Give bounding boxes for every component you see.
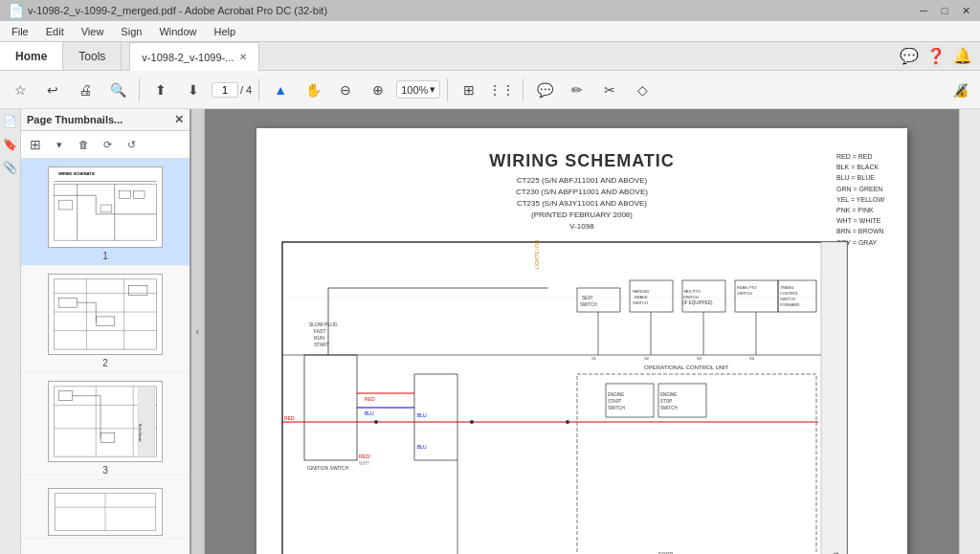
svg-text:RUN: RUN: [314, 335, 324, 341]
svg-text:REAR-PTO: REAR-PTO: [737, 285, 757, 290]
notification-icon[interactable]: 🔔: [953, 47, 972, 65]
svg-text:SWITCH: SWITCH: [683, 295, 699, 299]
svg-text:S3: S3: [697, 356, 702, 361]
thumb-box-3: Not for Resale: [48, 381, 163, 462]
rotate-button[interactable]: ⋮⋮: [487, 76, 516, 104]
separator-1: [139, 78, 140, 101]
sidebar-attach-icon[interactable]: 📎: [2, 159, 19, 176]
help-icon[interactable]: ❓: [926, 47, 946, 65]
thumb-label-2: 2: [102, 358, 108, 368]
svg-text:BLU: BLU: [417, 444, 427, 450]
svg-rect-36: [138, 387, 155, 456]
sidebar-page-icon[interactable]: 📄: [2, 113, 19, 130]
menu-file[interactable]: File: [4, 24, 36, 39]
panel-rotate-btn[interactable]: ⟳: [97, 134, 118, 155]
pdf-area[interactable]: WIRING SCHEMATIC CT225 (S/N ABFJ11001 AN…: [205, 109, 959, 554]
svg-text:BLU: BLU: [417, 412, 427, 418]
shapes-button[interactable]: ◇: [628, 76, 657, 104]
svg-text:(IF EQUIPPED): (IF EQUIPPED): [682, 300, 713, 305]
svg-text:RED: RED: [365, 396, 375, 402]
svg-text:ENGINE: ENGINE: [660, 392, 677, 397]
doc-tab[interactable]: v-1098-2_v-1099-... ✕: [129, 42, 259, 71]
sidebar-bookmark-icon[interactable]: 🔖: [2, 136, 19, 153]
comment-button[interactable]: 💬: [530, 76, 559, 104]
svg-text:RED/: RED/: [359, 454, 371, 459]
thumb-item-4[interactable]: [21, 480, 189, 539]
svg-text:Not for Resale: Not for Resale: [138, 424, 142, 442]
left-sidebar-icons: 📄 🔖 📎: [0, 109, 21, 554]
panel-header-controls: ✕: [174, 113, 184, 126]
svg-text:START: START: [314, 342, 329, 347]
zoom-level-dropdown[interactable]: 100% ▾: [396, 80, 440, 99]
pdf-page: WIRING SCHEMATIC CT225 (S/N ABFJ11001 AN…: [256, 128, 907, 554]
menu-help[interactable]: Help: [207, 24, 244, 39]
hand-tool-button[interactable]: ✋: [299, 76, 327, 104]
menu-edit[interactable]: Edit: [38, 24, 72, 39]
zoom-in-button[interactable]: ⊕: [364, 76, 392, 104]
tab-home[interactable]: Home: [0, 42, 63, 70]
svg-text:MID-PTO: MID-PTO: [684, 289, 701, 294]
strikethrough-button[interactable]: ✂: [595, 76, 624, 104]
tab-tools[interactable]: Tools: [63, 42, 122, 70]
svg-text:WIRING SCHEMATIC: WIRING SCHEMATIC: [58, 171, 96, 176]
back-button[interactable]: ↩: [38, 76, 67, 104]
svg-point-113: [566, 420, 569, 424]
minimize-button[interactable]: ─: [917, 4, 930, 17]
separator-3: [447, 78, 448, 101]
svg-text:IGNITION SWITCH: IGNITION SWITCH: [307, 465, 349, 471]
menu-bar: File Edit View Sign Window Help: [0, 21, 980, 42]
menu-window[interactable]: Window: [151, 24, 204, 39]
maximize-button[interactable]: □: [938, 4, 951, 17]
panel-delete-btn[interactable]: 🗑: [73, 134, 94, 155]
svg-rect-58: [304, 355, 357, 460]
svg-text:START: START: [608, 399, 622, 404]
next-page-button[interactable]: ⬇: [179, 76, 208, 104]
page-number-input[interactable]: [212, 82, 238, 98]
svg-text:ENGINE: ENGINE: [608, 392, 624, 397]
svg-text:S2: S2: [644, 356, 650, 361]
svg-text:WHT: WHT: [359, 460, 369, 466]
doc-tab-close[interactable]: ✕: [239, 52, 247, 62]
separator-4: [523, 78, 523, 101]
sign-button[interactable]: 🔏: [946, 76, 974, 104]
svg-text:FAST: FAST: [314, 328, 326, 334]
thumb-item-3[interactable]: Not for Resale 3: [21, 373, 189, 480]
panel-scroll-area[interactable]: WIRING SCHEMATIC 1: [21, 159, 189, 554]
print-button[interactable]: 🖨: [71, 76, 100, 104]
select-tool-button[interactable]: ▲: [266, 76, 295, 104]
find-button[interactable]: 🔍: [103, 76, 132, 104]
svg-text:OPERATIONAL CONTROL UNIT: OPERATIONAL CONTROL UNIT: [644, 365, 729, 370]
svg-point-112: [470, 420, 474, 424]
panel-separator: ▾: [49, 134, 70, 155]
panel-close-icon[interactable]: ✕: [174, 113, 184, 126]
thumb-item-1[interactable]: WIRING SCHEMATIC 1: [21, 159, 189, 266]
zoom-out-button[interactable]: ⊖: [331, 76, 360, 104]
thumb-box-1: WIRING SCHEMATIC: [48, 166, 163, 248]
main-area: 📄 🔖 📎 Page Thumbnails... ✕ ⊞ ▾ 🗑 ⟳ ↺: [0, 109, 980, 554]
svg-point-111: [374, 420, 378, 424]
highlight-button[interactable]: ✏: [563, 76, 591, 104]
thumb-item-2[interactable]: 2: [21, 266, 189, 373]
fit-page-button[interactable]: ⊞: [455, 76, 483, 104]
svg-text:S4: S4: [749, 356, 755, 361]
svg-text:RED: RED: [284, 415, 295, 421]
panel-collapse-arrow[interactable]: ‹: [191, 109, 205, 554]
svg-text:STOP: STOP: [660, 399, 672, 404]
panel-title: Page Thumbnails...: [27, 114, 122, 125]
thumb-label-3: 3: [102, 465, 108, 476]
bookmark-button[interactable]: ☆: [6, 76, 34, 104]
chat-icon[interactable]: 💬: [900, 47, 919, 65]
svg-text:SWITCH: SWITCH: [660, 406, 678, 410]
menu-sign[interactable]: Sign: [113, 24, 149, 39]
svg-text:SWITCH: SWITCH: [780, 297, 795, 301]
zoom-value: 100%: [401, 84, 428, 96]
schematic-title: WIRING SCHEMATIC: [279, 151, 884, 171]
svg-text:LIGHTS / FUEL / OIL TEMP: LIGHTS / FUEL / OIL TEMP: [534, 240, 540, 269]
svg-text:SWITCH: SWITCH: [580, 302, 597, 307]
prev-page-button[interactable]: ⬆: [146, 76, 175, 104]
panel-view-btn[interactable]: ⊞: [25, 134, 46, 155]
menu-view[interactable]: View: [74, 24, 112, 39]
panel-extract-btn[interactable]: ↺: [121, 134, 142, 155]
close-button[interactable]: ✕: [959, 4, 972, 17]
separator-2: [258, 78, 259, 101]
